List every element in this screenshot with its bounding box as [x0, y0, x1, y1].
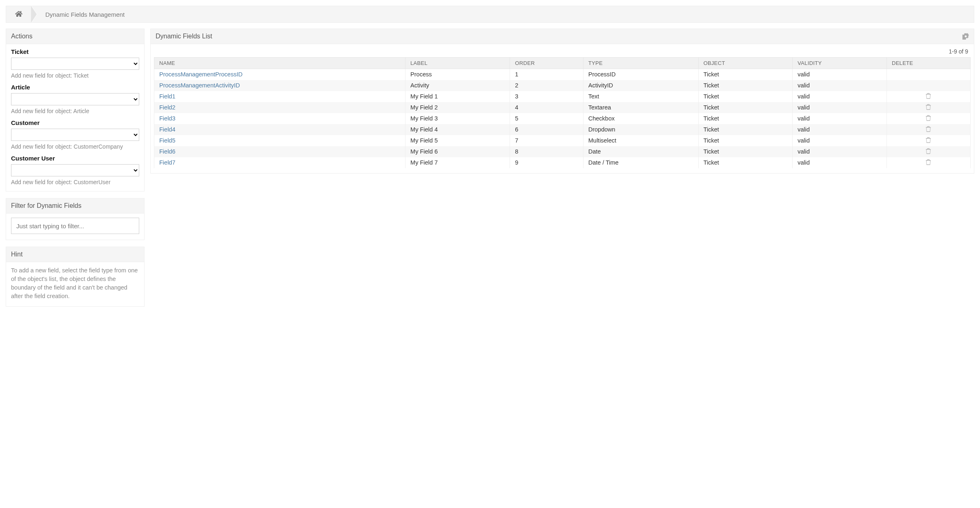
- cell-label: My Field 6: [405, 146, 510, 157]
- col-header-object[interactable]: OBJECT: [698, 58, 793, 69]
- action-group: ArticleAdd new field for object: Article: [11, 84, 139, 114]
- cell-object: Ticket: [698, 91, 793, 102]
- cell-delete: [886, 91, 970, 102]
- gear-icon[interactable]: [962, 33, 969, 40]
- cell-delete: [886, 124, 970, 135]
- action-label: Article: [11, 84, 139, 91]
- cell-type: ProcessID: [583, 69, 698, 80]
- field-name-link[interactable]: Field5: [159, 137, 176, 144]
- panel-header-list: Dynamic Fields List: [151, 29, 974, 44]
- table-row: Field5My Field 57MultiselectTicketvalid: [154, 135, 971, 146]
- cell-object: Ticket: [698, 69, 793, 80]
- cell-validity: valid: [793, 146, 887, 157]
- cell-label: My Field 5: [405, 135, 510, 146]
- cell-object: Ticket: [698, 135, 793, 146]
- cell-type: ActivityID: [583, 80, 698, 91]
- cell-label: Process: [405, 69, 510, 80]
- cell-delete: [886, 135, 970, 146]
- field-name-link[interactable]: ProcessManagementProcessID: [159, 71, 243, 78]
- cell-order: 5: [510, 113, 583, 124]
- col-header-label[interactable]: LABEL: [405, 58, 510, 69]
- table-row: Field3My Field 35CheckboxTicketvalid: [154, 113, 971, 124]
- pagination-info: 1-9 of 9: [154, 48, 971, 57]
- table-row: Field2My Field 24TextareaTicketvalid: [154, 102, 971, 113]
- cell-order: 7: [510, 135, 583, 146]
- action-help: Add new field for object: CustomerCompan…: [11, 143, 139, 150]
- cell-label: My Field 3: [405, 113, 510, 124]
- breadcrumb-home[interactable]: [6, 6, 31, 22]
- table-row: Field1My Field 13TextTicketvalid: [154, 91, 971, 102]
- cell-delete: [886, 113, 970, 124]
- cell-label: My Field 2: [405, 102, 510, 113]
- breadcrumb: Dynamic Fields Management: [6, 6, 974, 23]
- panel-dynamic-fields-list: Dynamic Fields List 1-9 of 9 NAME LABEL …: [150, 29, 974, 174]
- cell-validity: valid: [793, 80, 887, 91]
- field-name-link[interactable]: Field6: [159, 148, 176, 155]
- cell-validity: valid: [793, 69, 887, 80]
- panel-hint: Hint To add a new field, select the fiel…: [6, 247, 145, 307]
- table-row: ProcessManagementProcessIDProcess1Proces…: [154, 69, 971, 80]
- filter-input[interactable]: [11, 218, 139, 234]
- field-name-link[interactable]: Field3: [159, 115, 176, 122]
- cell-validity: valid: [793, 91, 887, 102]
- breadcrumb-title: Dynamic Fields Management: [45, 11, 125, 18]
- cell-validity: valid: [793, 102, 887, 113]
- table-header-row: NAME LABEL ORDER TYPE OBJECT VALIDITY DE…: [154, 58, 971, 69]
- panel-actions: Actions TicketAdd new field for object: …: [6, 29, 145, 192]
- trash-icon[interactable]: [926, 93, 931, 99]
- trash-icon[interactable]: [926, 148, 931, 154]
- col-header-delete[interactable]: DELETE: [886, 58, 970, 69]
- cell-object: Ticket: [698, 146, 793, 157]
- cell-type: Dropdown: [583, 124, 698, 135]
- field-name-link[interactable]: Field2: [159, 104, 176, 111]
- trash-icon[interactable]: [926, 104, 931, 110]
- dynamic-fields-table: NAME LABEL ORDER TYPE OBJECT VALIDITY DE…: [154, 57, 971, 168]
- action-group: CustomerAdd new field for object: Custom…: [11, 119, 139, 150]
- cell-object: Ticket: [698, 113, 793, 124]
- cell-order: 3: [510, 91, 583, 102]
- cell-type: Date: [583, 146, 698, 157]
- cell-delete: [886, 102, 970, 113]
- col-header-type[interactable]: TYPE: [583, 58, 698, 69]
- action-help: Add new field for object: Article: [11, 108, 139, 114]
- add-field-select[interactable]: [11, 58, 139, 70]
- col-header-validity[interactable]: VALIDITY: [793, 58, 887, 69]
- cell-delete: [886, 157, 970, 168]
- table-row: Field7My Field 79Date / TimeTicketvalid: [154, 157, 971, 168]
- panel-title: Dynamic Fields List: [156, 33, 212, 40]
- action-help: Add new field for object: CustomerUser: [11, 179, 139, 185]
- cell-validity: valid: [793, 124, 887, 135]
- panel-filter: Filter for Dynamic Fields: [6, 198, 145, 240]
- trash-icon[interactable]: [926, 126, 931, 132]
- action-label: Customer: [11, 119, 139, 126]
- table-row: Field4My Field 46DropdownTicketvalid: [154, 124, 971, 135]
- sidebar: Actions TicketAdd new field for object: …: [6, 29, 145, 307]
- cell-order: 6: [510, 124, 583, 135]
- cell-type: Multiselect: [583, 135, 698, 146]
- cell-order: 1: [510, 69, 583, 80]
- trash-icon[interactable]: [926, 115, 931, 121]
- action-group: Customer UserAdd new field for object: C…: [11, 155, 139, 185]
- col-header-name[interactable]: NAME: [154, 58, 405, 69]
- trash-icon[interactable]: [926, 137, 931, 143]
- field-name-link[interactable]: Field1: [159, 93, 176, 100]
- cell-label: Activity: [405, 80, 510, 91]
- field-name-link[interactable]: Field7: [159, 159, 176, 166]
- add-field-select[interactable]: [11, 129, 139, 141]
- trash-icon[interactable]: [926, 159, 931, 165]
- panel-title: Hint: [11, 251, 22, 258]
- cell-label: My Field 1: [405, 91, 510, 102]
- cell-type: Checkbox: [583, 113, 698, 124]
- cell-order: 9: [510, 157, 583, 168]
- field-name-link[interactable]: Field4: [159, 126, 176, 133]
- cell-validity: valid: [793, 113, 887, 124]
- panel-header-actions: Actions: [6, 29, 144, 44]
- add-field-select[interactable]: [11, 93, 139, 105]
- field-name-link[interactable]: ProcessManagementActivityID: [159, 82, 240, 89]
- cell-validity: valid: [793, 157, 887, 168]
- add-field-select[interactable]: [11, 164, 139, 176]
- cell-object: Ticket: [698, 102, 793, 113]
- col-header-order[interactable]: ORDER: [510, 58, 583, 69]
- cell-validity: valid: [793, 135, 887, 146]
- cell-object: Ticket: [698, 157, 793, 168]
